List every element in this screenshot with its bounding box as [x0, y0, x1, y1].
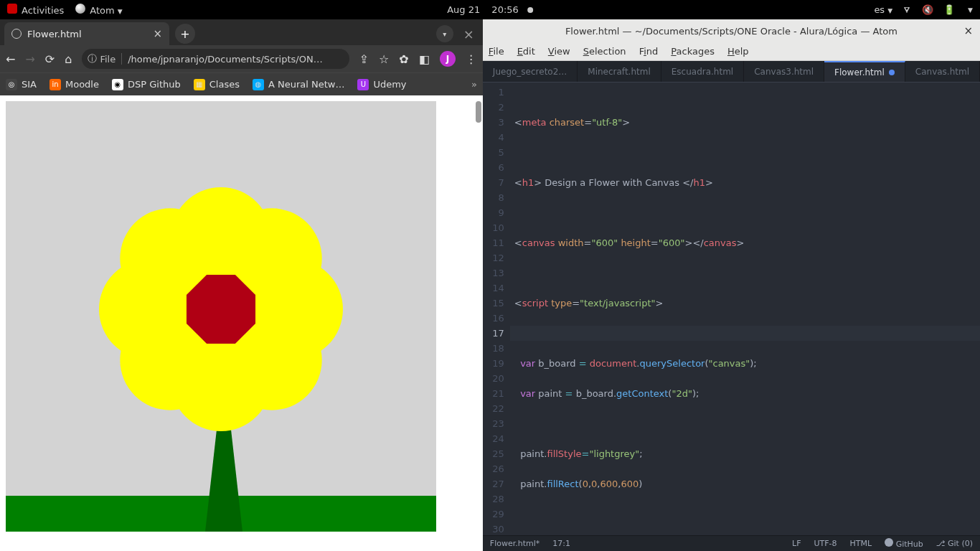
menu-find[interactable]: Find [639, 46, 659, 57]
menu-file[interactable]: File [489, 46, 504, 57]
modified-dot-icon [889, 70, 895, 75]
keyboard-layout[interactable]: es▼ [874, 4, 892, 15]
forward-button: → [25, 52, 34, 66]
tab-flower[interactable]: Flower.html [824, 61, 905, 82]
code-editor[interactable]: 1234567891011121314151617181920212223242… [483, 83, 980, 535]
gnome-topbar: Activities Atom▼ Aug 21 20:56 es▼ ⛛ 🔇 🔋 … [0, 0, 980, 19]
reload-button[interactable]: ⟳ [45, 52, 55, 66]
activities-button[interactable]: Activities [7, 4, 64, 16]
tab-title: Flower.html [27, 29, 82, 39]
editor-tabs: Juego_secreto2… Minecraft.html Escuadra.… [483, 61, 980, 83]
bookmarks-overflow[interactable]: » [471, 79, 477, 90]
status-eol[interactable]: LF [792, 539, 801, 548]
browser-tab[interactable]: Flower.html × [4, 22, 169, 45]
status-language[interactable]: HTML [850, 539, 872, 548]
status-github[interactable]: GitHub [885, 538, 923, 549]
line-gutter: 1234567891011121314151617181920212223242… [483, 83, 510, 535]
status-position[interactable]: 17:1 [552, 539, 570, 548]
flower-canvas [6, 101, 436, 532]
menu-view[interactable]: View [548, 46, 570, 57]
bookmark-moodle[interactable]: inMoodle [50, 79, 99, 90]
app-menu[interactable]: Atom▼ [75, 4, 122, 16]
info-icon: ⓘ [88, 52, 97, 65]
tab-minecraft[interactable]: Minecraft.html [578, 61, 661, 82]
status-bar: Flower.html* 17:1 LF UTF-8 HTML GitHub ⎇… [483, 535, 980, 551]
code-area[interactable]: <meta charset="utf-8"> <h1> Design a Flo… [510, 83, 980, 535]
status-encoding[interactable]: UTF-8 [814, 539, 837, 548]
tab-escuadra[interactable]: Escuadra.html [661, 61, 744, 82]
extensions-icon[interactable]: ✿ [399, 52, 408, 66]
bookmark-sia[interactable]: ◎SIA [6, 79, 37, 90]
menu-help[interactable]: Help [727, 46, 749, 57]
menu-edit[interactable]: Edit [517, 46, 535, 57]
tab-canvas3[interactable]: Canvas3.html [744, 61, 824, 82]
scrollbar[interactable] [476, 101, 481, 123]
back-button[interactable]: ← [6, 52, 15, 66]
address-bar[interactable]: ⓘFile /home/jpnaranjo/Documents/Scripts/… [82, 49, 349, 69]
tab-juego[interactable]: Juego_secreto2… [483, 61, 578, 82]
volume-icon[interactable]: 🔇 [922, 4, 933, 15]
menu-selection[interactable]: Selection [583, 46, 626, 57]
browser-window: Flower.html × + ▾ × ← → ⟳ ⌂ ⓘFile /home/… [0, 19, 483, 551]
home-button[interactable]: ⌂ [65, 52, 72, 66]
new-tab-button[interactable]: + [175, 24, 195, 44]
system-menu[interactable]: ▼ [968, 6, 973, 14]
status-git[interactable]: ⎇ Git (0) [936, 539, 973, 548]
profile-avatar[interactable]: J [440, 51, 456, 67]
bookmark-neural[interactable]: ◍A Neural Netw… [253, 79, 345, 90]
close-icon[interactable]: × [153, 27, 162, 40]
atom-menubar: File Edit View Selection Find Packages H… [483, 42, 980, 61]
window-close-icon[interactable]: × [463, 27, 474, 42]
tabs-dropdown[interactable]: ▾ [436, 25, 453, 42]
tab-strip: Flower.html × + ▾ × [0, 19, 483, 45]
bookmark-clases[interactable]: ▦Clases [194, 79, 240, 90]
menu-icon[interactable]: ⋮ [466, 52, 477, 66]
globe-icon [11, 29, 22, 39]
github-icon [885, 538, 893, 547]
menu-packages[interactable]: Packages [671, 46, 715, 57]
sidepanel-icon[interactable]: ◧ [419, 52, 430, 66]
atom-close-button[interactable]: × [963, 24, 973, 37]
url-text: /home/jpnaranjo/Documents/Scripts/ON… [128, 54, 323, 65]
clock[interactable]: Aug 21 20:56 [447, 4, 533, 15]
atom-titlebar: Flower.html — ~/Documents/Scripts/ONE Or… [483, 19, 980, 42]
bookmark-icon[interactable]: ☆ [379, 52, 389, 66]
battery-icon[interactable]: 🔋 [943, 4, 955, 15]
tab-canvas[interactable]: Canvas.html [905, 61, 980, 82]
browser-toolbar: ← → ⟳ ⌂ ⓘFile /home/jpnaranjo/Documents/… [0, 45, 483, 72]
share-icon[interactable]: ⇪ [359, 52, 369, 66]
atom-window: Flower.html — ~/Documents/Scripts/ONE Or… [483, 19, 980, 551]
wifi-icon[interactable]: ⛛ [903, 4, 912, 15]
bookmark-dsp[interactable]: ◉DSP Github [112, 79, 181, 90]
status-file[interactable]: Flower.html* [490, 539, 540, 548]
bookmark-udemy[interactable]: UUdemy [357, 79, 406, 90]
page-viewport [0, 95, 483, 551]
bookmarks-bar: ◎SIA inMoodle ◉DSP Github ▦Clases ◍A Neu… [0, 72, 483, 95]
